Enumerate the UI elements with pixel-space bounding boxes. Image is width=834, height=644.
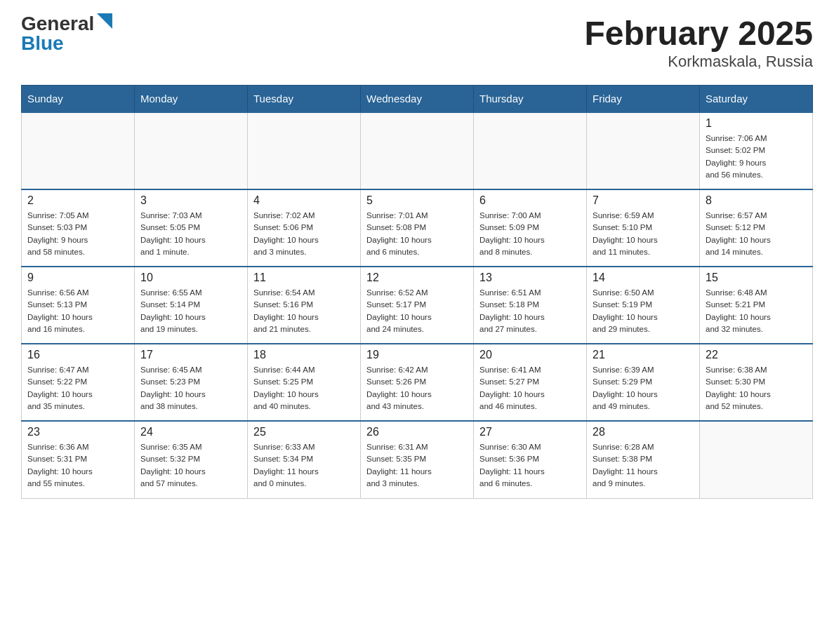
calendar-day-cell bbox=[248, 112, 361, 189]
calendar-day-cell: 18Sunrise: 6:44 AMSunset: 5:25 PMDayligh… bbox=[248, 344, 361, 421]
day-info: Sunrise: 6:33 AMSunset: 5:34 PMDaylight:… bbox=[253, 441, 355, 490]
calendar-day-cell: 10Sunrise: 6:55 AMSunset: 5:14 PMDayligh… bbox=[135, 267, 248, 344]
day-number: 23 bbox=[27, 426, 128, 438]
day-info: Sunrise: 6:51 AMSunset: 5:18 PMDaylight:… bbox=[479, 287, 581, 335]
logo: General Blue bbox=[21, 14, 112, 53]
logo-general-text: General bbox=[21, 14, 94, 34]
day-of-week-header: Wednesday bbox=[361, 86, 474, 113]
day-info: Sunrise: 7:06 AMSunset: 5:02 PMDaylight:… bbox=[706, 133, 807, 181]
day-number: 20 bbox=[479, 349, 581, 361]
day-number: 28 bbox=[593, 426, 694, 438]
day-number: 17 bbox=[140, 349, 241, 361]
calendar-week-row: 23Sunrise: 6:36 AMSunset: 5:31 PMDayligh… bbox=[22, 421, 813, 498]
day-info: Sunrise: 7:01 AMSunset: 5:08 PMDaylight:… bbox=[366, 210, 468, 258]
day-number: 26 bbox=[366, 426, 468, 438]
day-info: Sunrise: 6:31 AMSunset: 5:35 PMDaylight:… bbox=[366, 441, 468, 490]
calendar-week-row: 16Sunrise: 6:47 AMSunset: 5:22 PMDayligh… bbox=[22, 344, 813, 421]
calendar-day-cell: 7Sunrise: 6:59 AMSunset: 5:10 PMDaylight… bbox=[587, 189, 700, 267]
day-number: 1 bbox=[706, 117, 807, 130]
calendar-day-cell: 14Sunrise: 6:50 AMSunset: 5:19 PMDayligh… bbox=[587, 267, 700, 344]
calendar-day-cell: 2Sunrise: 7:05 AMSunset: 5:03 PMDaylight… bbox=[22, 189, 135, 267]
calendar-header-row: SundayMondayTuesdayWednesdayThursdayFrid… bbox=[22, 86, 813, 113]
day-info: Sunrise: 6:59 AMSunset: 5:10 PMDaylight:… bbox=[593, 210, 694, 258]
day-number: 12 bbox=[366, 271, 468, 284]
day-of-week-header: Sunday bbox=[22, 86, 135, 113]
day-number: 15 bbox=[706, 271, 807, 284]
day-number: 5 bbox=[366, 194, 468, 207]
day-info: Sunrise: 6:48 AMSunset: 5:21 PMDaylight:… bbox=[706, 287, 807, 335]
day-number: 25 bbox=[253, 426, 355, 438]
svg-marker-0 bbox=[97, 13, 112, 29]
day-info: Sunrise: 6:38 AMSunset: 5:30 PMDaylight:… bbox=[706, 364, 807, 412]
day-number: 2 bbox=[27, 194, 128, 207]
day-number: 9 bbox=[27, 271, 128, 284]
day-number: 13 bbox=[479, 271, 581, 284]
calendar-day-cell: 17Sunrise: 6:45 AMSunset: 5:23 PMDayligh… bbox=[135, 344, 248, 421]
day-info: Sunrise: 6:54 AMSunset: 5:16 PMDaylight:… bbox=[253, 287, 355, 335]
day-number: 24 bbox=[140, 426, 241, 438]
day-of-week-header: Thursday bbox=[474, 86, 587, 113]
calendar-day-cell: 27Sunrise: 6:30 AMSunset: 5:36 PMDayligh… bbox=[474, 421, 587, 498]
day-number: 7 bbox=[593, 194, 694, 207]
calendar-day-cell bbox=[474, 112, 587, 189]
calendar-day-cell bbox=[22, 112, 135, 189]
day-info: Sunrise: 6:45 AMSunset: 5:23 PMDaylight:… bbox=[140, 364, 241, 412]
day-number: 11 bbox=[253, 271, 355, 284]
day-number: 21 bbox=[593, 349, 694, 361]
calendar-day-cell: 13Sunrise: 6:51 AMSunset: 5:18 PMDayligh… bbox=[474, 267, 587, 344]
calendar-day-cell: 1Sunrise: 7:06 AMSunset: 5:02 PMDaylight… bbox=[700, 112, 813, 189]
calendar-day-cell: 4Sunrise: 7:02 AMSunset: 5:06 PMDaylight… bbox=[248, 189, 361, 267]
calendar-day-cell: 9Sunrise: 6:56 AMSunset: 5:13 PMDaylight… bbox=[22, 267, 135, 344]
day-info: Sunrise: 6:35 AMSunset: 5:32 PMDaylight:… bbox=[140, 441, 241, 490]
calendar-week-row: 2Sunrise: 7:05 AMSunset: 5:03 PMDaylight… bbox=[22, 189, 813, 267]
day-info: Sunrise: 6:56 AMSunset: 5:13 PMDaylight:… bbox=[27, 287, 128, 335]
calendar-day-cell: 28Sunrise: 6:28 AMSunset: 5:38 PMDayligh… bbox=[587, 421, 700, 498]
calendar-day-cell: 5Sunrise: 7:01 AMSunset: 5:08 PMDaylight… bbox=[361, 189, 474, 267]
calendar-day-cell bbox=[587, 112, 700, 189]
day-number: 19 bbox=[366, 349, 468, 361]
calendar-day-cell: 12Sunrise: 6:52 AMSunset: 5:17 PMDayligh… bbox=[361, 267, 474, 344]
day-info: Sunrise: 7:03 AMSunset: 5:05 PMDaylight:… bbox=[140, 210, 241, 258]
calendar-day-cell: 26Sunrise: 6:31 AMSunset: 5:35 PMDayligh… bbox=[361, 421, 474, 498]
day-of-week-header: Saturday bbox=[700, 86, 813, 113]
calendar-day-cell: 25Sunrise: 6:33 AMSunset: 5:34 PMDayligh… bbox=[248, 421, 361, 498]
day-of-week-header: Tuesday bbox=[248, 86, 361, 113]
day-info: Sunrise: 6:50 AMSunset: 5:19 PMDaylight:… bbox=[593, 287, 694, 335]
day-number: 8 bbox=[706, 194, 807, 207]
day-info: Sunrise: 6:47 AMSunset: 5:22 PMDaylight:… bbox=[27, 364, 128, 412]
day-info: Sunrise: 6:57 AMSunset: 5:12 PMDaylight:… bbox=[706, 210, 807, 258]
day-number: 27 bbox=[479, 426, 581, 438]
day-info: Sunrise: 6:36 AMSunset: 5:31 PMDaylight:… bbox=[27, 441, 128, 490]
day-number: 6 bbox=[479, 194, 581, 207]
calendar-day-cell bbox=[700, 421, 813, 498]
calendar-day-cell: 6Sunrise: 7:00 AMSunset: 5:09 PMDaylight… bbox=[474, 189, 587, 267]
day-number: 3 bbox=[140, 194, 241, 207]
calendar-day-cell bbox=[361, 112, 474, 189]
day-number: 16 bbox=[27, 349, 128, 361]
calendar-day-cell: 11Sunrise: 6:54 AMSunset: 5:16 PMDayligh… bbox=[248, 267, 361, 344]
day-info: Sunrise: 6:30 AMSunset: 5:36 PMDaylight:… bbox=[479, 441, 581, 490]
page-header: General Blue February 2025 Korkmaskala, … bbox=[21, 14, 813, 71]
title-section: February 2025 Korkmaskala, Russia bbox=[584, 14, 813, 71]
calendar-day-cell: 21Sunrise: 6:39 AMSunset: 5:29 PMDayligh… bbox=[587, 344, 700, 421]
day-info: Sunrise: 6:52 AMSunset: 5:17 PMDaylight:… bbox=[366, 287, 468, 335]
page-title: February 2025 bbox=[584, 14, 813, 53]
day-info: Sunrise: 6:44 AMSunset: 5:25 PMDaylight:… bbox=[253, 364, 355, 412]
calendar-week-row: 9Sunrise: 6:56 AMSunset: 5:13 PMDaylight… bbox=[22, 267, 813, 344]
day-info: Sunrise: 6:41 AMSunset: 5:27 PMDaylight:… bbox=[479, 364, 581, 412]
day-number: 4 bbox=[253, 194, 355, 207]
page-subtitle: Korkmaskala, Russia bbox=[584, 53, 813, 71]
day-info: Sunrise: 6:39 AMSunset: 5:29 PMDaylight:… bbox=[593, 364, 694, 412]
day-of-week-header: Monday bbox=[135, 86, 248, 113]
day-number: 18 bbox=[253, 349, 355, 361]
day-info: Sunrise: 7:02 AMSunset: 5:06 PMDaylight:… bbox=[253, 210, 355, 258]
calendar-day-cell: 19Sunrise: 6:42 AMSunset: 5:26 PMDayligh… bbox=[361, 344, 474, 421]
calendar-day-cell: 20Sunrise: 6:41 AMSunset: 5:27 PMDayligh… bbox=[474, 344, 587, 421]
day-of-week-header: Friday bbox=[587, 86, 700, 113]
calendar-day-cell: 15Sunrise: 6:48 AMSunset: 5:21 PMDayligh… bbox=[700, 267, 813, 344]
calendar-day-cell: 8Sunrise: 6:57 AMSunset: 5:12 PMDaylight… bbox=[700, 189, 813, 267]
day-info: Sunrise: 6:28 AMSunset: 5:38 PMDaylight:… bbox=[593, 441, 694, 490]
day-info: Sunrise: 7:00 AMSunset: 5:09 PMDaylight:… bbox=[479, 210, 581, 258]
logo-blue-text: Blue bbox=[21, 34, 64, 53]
calendar-day-cell: 24Sunrise: 6:35 AMSunset: 5:32 PMDayligh… bbox=[135, 421, 248, 498]
